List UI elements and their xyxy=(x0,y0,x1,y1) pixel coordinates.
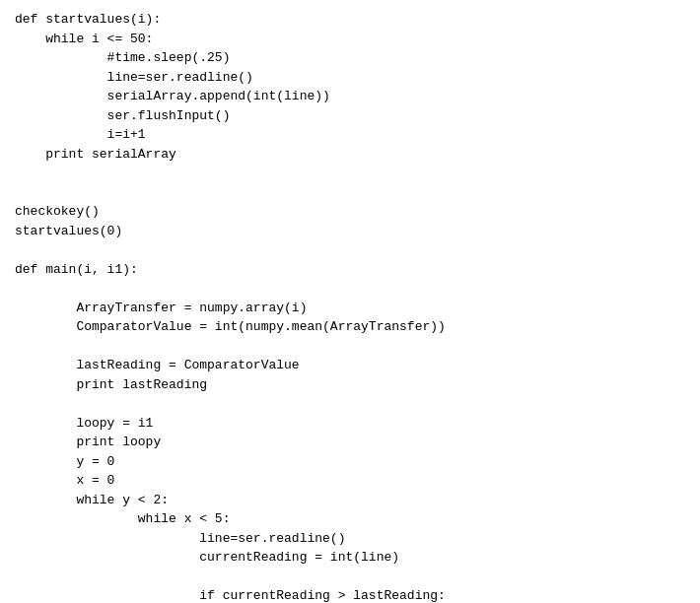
code-editor: def startvalues(i): while i <= 50: #time… xyxy=(15,10,685,603)
code-content: def startvalues(i): while i <= 50: #time… xyxy=(15,10,685,603)
